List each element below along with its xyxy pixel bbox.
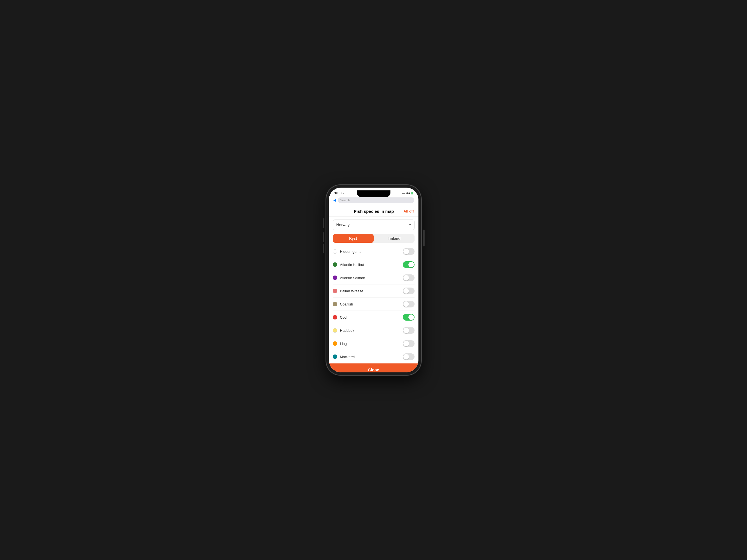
list-item: Cod — [333, 311, 415, 324]
list-item: Hidden gems — [333, 245, 415, 258]
modal-container: Fish species in map All off Norway ▾ Kys… — [329, 205, 418, 372]
phone-screen: 10:05 ▪▪▪ 4G ▮ ◀ Search Fish species in … — [329, 188, 418, 372]
toggle-mackerel[interactable] — [403, 353, 415, 360]
status-icons: ▪▪▪ 4G ▮ — [402, 191, 413, 195]
status-time: 10:05 — [334, 191, 344, 195]
species-name: Ling — [340, 342, 403, 346]
species-name: Atlantic Salmon — [340, 276, 403, 280]
species-dot — [333, 328, 337, 332]
toggle-ballan-wrasse[interactable] — [403, 288, 415, 294]
battery-icon: ▮ — [411, 191, 413, 195]
species-list: Hidden gems Atlantic Halibut — [329, 245, 418, 364]
species-name: Haddock — [340, 328, 403, 332]
list-item: Haddock — [333, 324, 415, 337]
toggle-atlantic-halibut[interactable] — [403, 261, 415, 268]
species-dot — [333, 302, 337, 306]
species-dot — [333, 275, 337, 280]
toggle-cod[interactable] — [403, 314, 415, 321]
toggle-haddock[interactable] — [403, 327, 415, 334]
toggle-hidden-gems[interactable] — [403, 248, 415, 255]
list-item: Ling — [333, 337, 415, 350]
tab-bar: Kyst Innland — [333, 234, 415, 243]
species-dot — [333, 315, 337, 319]
tab-innland[interactable]: Innland — [374, 234, 415, 243]
close-button[interactable]: Close — [329, 364, 418, 372]
toggle-atlantic-salmon[interactable] — [403, 274, 415, 281]
tab-kyst[interactable]: Kyst — [333, 234, 374, 243]
species-dot — [333, 341, 337, 346]
list-item: Ballan Wrasse — [333, 285, 415, 298]
list-item: Atlantic Halibut — [333, 258, 415, 271]
list-item: Atlantic Salmon — [333, 271, 415, 285]
back-arrow-icon[interactable]: ◀ — [333, 198, 336, 202]
species-name: Hidden gems — [340, 249, 403, 254]
search-bar: ◀ Search — [329, 196, 418, 205]
signal-icon: ▪▪▪ — [402, 191, 405, 195]
network-type: 4G — [406, 191, 410, 195]
all-off-button[interactable]: All off — [404, 209, 414, 213]
dropdown-container: Norway ▾ — [329, 217, 418, 233]
species-dot — [333, 354, 337, 359]
species-name: Atlantic Halibut — [340, 263, 403, 267]
list-item: Mackerel — [333, 350, 415, 364]
species-dot — [333, 289, 337, 293]
species-dot — [333, 262, 337, 267]
dropdown-value: Norway — [336, 222, 350, 227]
species-name: Mackerel — [340, 355, 403, 359]
phone-frame: 10:05 ▪▪▪ 4G ▮ ◀ Search Fish species in … — [326, 185, 421, 375]
chevron-down-icon: ▾ — [409, 223, 411, 227]
modal-header: Fish species in map All off — [329, 205, 418, 217]
search-input[interactable]: Search — [338, 197, 414, 203]
species-name: Coalfish — [340, 302, 403, 306]
toggle-ling[interactable] — [403, 340, 415, 347]
notch — [357, 190, 390, 197]
species-name: Ballan Wrasse — [340, 289, 403, 293]
species-dot-empty — [333, 249, 337, 254]
toggle-coalfish[interactable] — [403, 301, 415, 308]
species-name: Cod — [340, 315, 403, 319]
modal-title: Fish species in map — [344, 209, 404, 214]
country-dropdown[interactable]: Norway ▾ — [333, 219, 415, 230]
list-item: Coalfish — [333, 298, 415, 311]
